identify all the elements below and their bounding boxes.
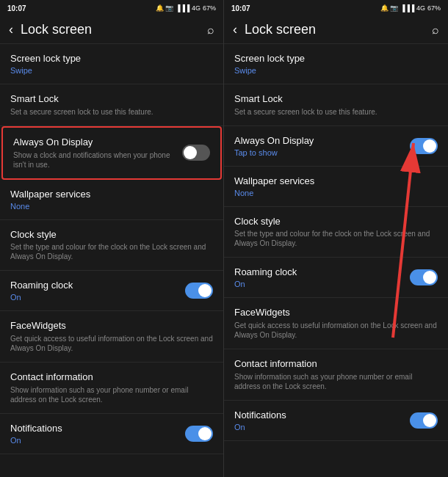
- always-on-title-left: Always On Display: [13, 136, 176, 149]
- search-icon-left[interactable]: ⌕: [207, 23, 214, 37]
- notifications-toggle-right[interactable]: [410, 412, 438, 429]
- contact-title-left: Contact information: [10, 371, 213, 384]
- signal-right: ▐▐▐ 4G: [400, 4, 425, 12]
- setting-face-widgets-left[interactable]: FaceWidgets Get quick access to useful i…: [0, 311, 223, 363]
- header-right: ‹ Lock screen ⌕: [224, 16, 448, 44]
- always-on-toggle-right[interactable]: [410, 138, 438, 154]
- status-icons-left: 🔔 📷 ▐▐▐ 4G 67%: [156, 4, 216, 12]
- time-right: 10:07: [231, 4, 250, 12]
- face-widgets-desc-left: Get quick access to useful information o…: [10, 334, 213, 353]
- clock-style-desc-right: Set the type and colour for the clock on…: [234, 229, 438, 248]
- left-panel: 10:07 🔔 📷 ▐▐▐ 4G 67% ‹ Lock screen ⌕ Scr…: [0, 0, 224, 477]
- roaming-clock-toggle-left[interactable]: [185, 283, 213, 299]
- setting-contact-left[interactable]: Contact information Show information suc…: [0, 363, 223, 414]
- notifications-subtitle-right: On: [234, 423, 404, 432]
- roaming-clock-subtitle-left: On: [10, 293, 179, 302]
- search-icon-right[interactable]: ⌕: [432, 23, 439, 37]
- face-widgets-title-right: FaceWidgets: [234, 307, 438, 319]
- wallpaper-title-left: Wallpaper services: [10, 189, 213, 201]
- settings-list-left: Screen lock type Swipe Smart Lock Set a …: [0, 44, 223, 477]
- notifications-title-left: Notifications: [10, 423, 179, 435]
- notification-icons-right: 🔔 📷: [380, 4, 399, 12]
- setting-always-on-display-left[interactable]: Always On Display Show a clock and notif…: [1, 126, 222, 180]
- setting-clock-style-left[interactable]: Clock style Set the type and colour for …: [0, 220, 223, 272]
- page-title-right: Lock screen: [245, 22, 424, 37]
- clock-style-title-left: Clock style: [10, 229, 213, 241]
- notifications-toggle-left[interactable]: [185, 426, 213, 442]
- notifications-title-right: Notifications: [234, 409, 404, 422]
- contact-desc-right: Show information such as your phone numb…: [234, 372, 438, 391]
- contact-desc-left: Show information such as your phone numb…: [10, 385, 213, 404]
- setting-wallpaper-left[interactable]: Wallpaper services None: [0, 180, 223, 220]
- wallpaper-subtitle-left: None: [10, 202, 213, 211]
- status-bar-right: 10:07 🔔 📷 ▐▐▐ 4G 67%: [224, 0, 448, 16]
- setting-smart-lock-left[interactable]: Smart Lock Set a secure screen lock to u…: [0, 84, 223, 126]
- wallpaper-title-right: Wallpaper services: [234, 175, 438, 188]
- setting-contact-right[interactable]: Contact information Show information suc…: [224, 349, 448, 401]
- setting-roaming-clock-left[interactable]: Roaming clock On: [0, 271, 223, 311]
- status-icons-right: 🔔 📷 ▐▐▐ 4G 67%: [380, 4, 441, 12]
- signal-left: ▐▐▐ 4G: [176, 4, 200, 12]
- screen-lock-title-left: Screen lock type: [10, 53, 213, 65]
- roaming-clock-subtitle-right: On: [234, 280, 404, 288]
- page-title-left: Lock screen: [21, 22, 200, 37]
- header-left: ‹ Lock screen ⌕: [0, 16, 223, 44]
- battery-right: 67%: [427, 4, 441, 12]
- back-button-right[interactable]: ‹: [233, 22, 237, 37]
- setting-face-widgets-right[interactable]: FaceWidgets Get quick access to useful i…: [224, 298, 448, 349]
- setting-always-on-display-right[interactable]: Always On Display Tap to show: [224, 126, 448, 167]
- face-widgets-desc-right: Get quick access to useful information o…: [234, 321, 438, 340]
- clock-style-desc-left: Set the type and colour for the clock on…: [10, 242, 213, 261]
- notifications-subtitle-left: On: [10, 436, 179, 445]
- setting-wallpaper-right[interactable]: Wallpaper services None: [224, 167, 448, 207]
- always-on-title-right: Always On Display: [234, 135, 404, 148]
- screen-lock-subtitle-right: Swipe: [234, 66, 438, 75]
- roaming-clock-toggle-right[interactable]: [410, 269, 438, 285]
- screen-lock-title-right: Screen lock type: [234, 53, 438, 65]
- settings-list-right: Screen lock type Swipe Smart Lock Set a …: [224, 44, 448, 477]
- wallpaper-subtitle-right: None: [234, 189, 438, 197]
- time-left: 10:07: [7, 4, 26, 12]
- smart-lock-title-left: Smart Lock: [10, 93, 213, 106]
- always-on-subtitle-right: Tap to show: [234, 148, 404, 157]
- setting-roaming-clock-right[interactable]: Roaming clock On: [224, 258, 448, 298]
- smart-lock-desc-right: Set a secure screen lock to use this fea…: [234, 107, 438, 117]
- face-widgets-title-left: FaceWidgets: [10, 320, 213, 332]
- screen-lock-subtitle-left: Swipe: [10, 66, 213, 75]
- clock-style-title-right: Clock style: [234, 216, 438, 228]
- battery-left: 67%: [203, 4, 216, 12]
- setting-clock-style-right[interactable]: Clock style Set the type and colour for …: [224, 207, 448, 258]
- roaming-clock-title-right: Roaming clock: [234, 266, 404, 279]
- setting-screen-lock-left[interactable]: Screen lock type Swipe: [0, 44, 223, 84]
- contact-title-right: Contact information: [234, 358, 438, 371]
- setting-screen-lock-right[interactable]: Screen lock type Swipe: [224, 44, 448, 84]
- status-bar-left: 10:07 🔔 📷 ▐▐▐ 4G 67%: [0, 0, 223, 16]
- always-on-desc-left: Show a clock and notifications when your…: [13, 150, 176, 170]
- setting-notifications-left[interactable]: Notifications On: [0, 414, 223, 454]
- smart-lock-desc-left: Set a secure screen lock to use this fea…: [10, 107, 213, 117]
- notification-icons-left: 🔔 📷: [156, 4, 174, 12]
- smart-lock-title-right: Smart Lock: [234, 93, 438, 106]
- back-button-left[interactable]: ‹: [9, 22, 13, 37]
- always-on-toggle-left[interactable]: [182, 145, 210, 161]
- right-panel: 10:07 🔔 📷 ▐▐▐ 4G 67% ‹ Lock screen ⌕ Scr…: [224, 0, 448, 477]
- setting-notifications-right[interactable]: Notifications On: [224, 401, 448, 441]
- setting-smart-lock-right[interactable]: Smart Lock Set a secure screen lock to u…: [224, 84, 448, 126]
- roaming-clock-title-left: Roaming clock: [10, 280, 179, 292]
